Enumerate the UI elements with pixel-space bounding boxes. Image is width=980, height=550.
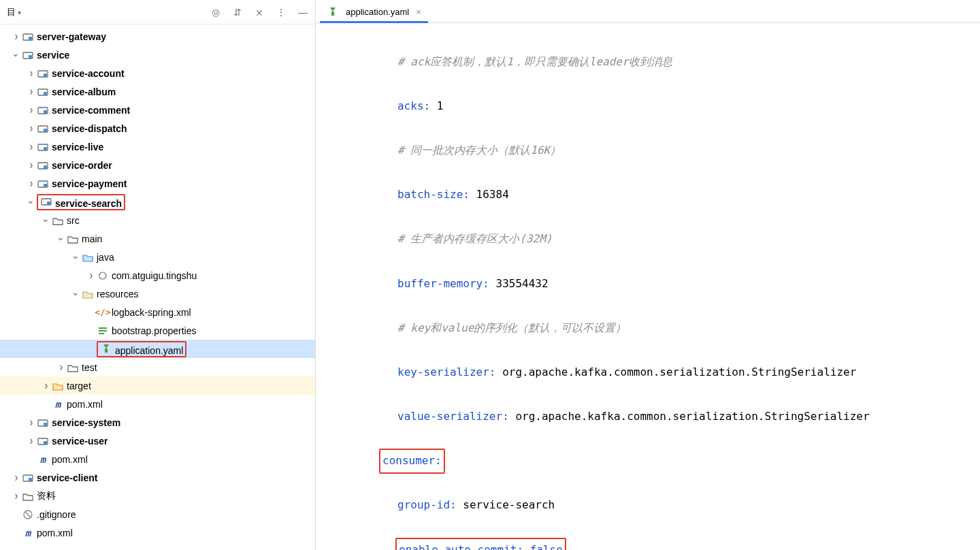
chevron-down-icon[interactable] [18,7,21,17]
folder-mod-icon [37,141,49,153]
tree-item-service-account[interactable]: service-account [0,64,315,82]
highlight-consumer: consumer: [379,449,445,474]
tree-label: service-comment [52,105,130,116]
tree-item-logback-spring-xml[interactable]: </>logback-spring.xml [0,303,315,321]
tree-item-service-search[interactable]: service-search [0,193,315,211]
tree-item-target[interactable]: target [0,376,315,395]
tree-item--[interactable]: 资料 [0,487,315,505]
code-value: 1 [437,95,444,118]
code-comment: # 同一批次内存大小（默认16K） [397,140,561,162]
svg-rect-23 [99,333,104,334]
tree-arrow-icon[interactable] [24,436,37,445]
project-tree-panel: 目 ◎ ⇵ ⨯ ⋮ — server-gatewayserviceservice… [0,0,316,550]
project-tree[interactable]: server-gatewayserviceservice-accountserv… [0,25,315,550]
svg-rect-19 [47,201,50,205]
code-editor[interactable]: # ack应答机制，默认1，即只需要确认leader收到消息 acks: 1 #… [316,23,980,550]
tree-item-service-system[interactable]: service-system [0,413,315,432]
m-icon: m [52,398,64,410]
tree-label: pom.xml [37,528,73,538]
tree-arrow-icon[interactable] [24,418,37,427]
code-value: org.apache.kafka.common.serialization.St… [515,406,869,428]
tree-label: bootstrap.properties [112,325,197,336]
tree-item-service-dispatch[interactable]: service-dispatch [0,119,315,138]
props-icon [97,325,109,337]
folder-mod-icon [37,417,49,429]
tree-arrow-icon[interactable] [24,197,37,208]
tree-item-pom-xml[interactable]: mpom.xml [0,395,315,413]
project-view-label[interactable]: 目 [7,6,16,18]
svg-rect-29 [29,478,32,481]
tree-item-application-yaml[interactable]: application.yaml [0,340,315,358]
tree-label: logback-spring.xml [112,307,191,318]
close-icon[interactable]: × [416,7,421,17]
tree-item-main[interactable]: main [0,229,315,248]
folder-mod-icon [37,435,49,447]
tree-item-service-order[interactable]: service-order [0,156,315,174]
tree-item-resources[interactable]: resources [0,285,315,303]
tab-application-yaml[interactable]: application.yaml × [320,1,428,22]
tree-arrow-icon[interactable] [10,32,22,41]
tree-arrow-icon[interactable] [24,124,37,133]
svg-rect-15 [44,165,47,169]
tree-label: application.yaml [115,345,183,356]
collapse-all-icon[interactable]: ⨯ [252,5,266,19]
tree-arrow-icon[interactable] [54,233,67,244]
tree-arrow-icon[interactable] [39,215,52,226]
m-icon: m [37,453,49,466]
tree-item-service-payment[interactable]: service-payment [0,174,315,193]
tree-arrow-icon[interactable] [54,363,67,372]
more-options-icon[interactable]: ⋮ [274,5,288,19]
tree-item-pom-xml[interactable]: mpom.xml [0,450,315,468]
tree-item-service-user[interactable]: service-user [0,432,315,450]
tree-arrow-icon[interactable] [24,106,37,114]
project-toolbar: 目 ◎ ⇵ ⨯ ⋮ — [0,0,315,25]
hide-panel-icon[interactable]: — [296,5,310,19]
tree-item-service-client[interactable]: service-client [0,468,315,487]
select-opened-file-icon[interactable]: ◎ [209,5,223,19]
tree-item-service[interactable]: service [0,46,315,64]
tree-label: server-gateway [37,31,106,42]
highlight-box: application.yaml [97,341,186,357]
tree-arrow-icon[interactable] [10,50,22,61]
tree-label: src [67,215,80,226]
tree-item-service-comment[interactable]: service-comment [0,101,315,119]
folder-mod-icon [37,67,49,80]
svg-rect-11 [44,129,47,132]
tree-item-service-live[interactable]: service-live [0,138,315,156]
tree-item-service-album[interactable]: service-album [0,82,315,101]
tree-arrow-icon[interactable] [24,179,37,188]
tree-arrow-icon[interactable] [69,289,82,300]
highlight-enable-auto-commit: enable-auto-commit: false [395,538,566,550]
tree-arrow-icon[interactable] [24,87,37,96]
tab-label: application.yaml [346,7,409,17]
tree-item-server-gateway[interactable]: server-gateway [0,27,315,46]
tree-item-bootstrap-properties[interactable]: bootstrap.properties [0,321,315,340]
tree-arrow-icon[interactable] [84,271,97,280]
tree-arrow-icon[interactable] [10,491,22,500]
code-key: batch-size [397,184,463,206]
tree-item-src[interactable]: src [0,211,315,229]
code-value: 16384 [476,184,509,206]
tree-item-pom-xml[interactable]: mpom.xml [0,523,315,542]
code-value: 33554432 [496,273,549,295]
tree-label: main [82,233,102,244]
tree-item-java[interactable]: java [0,248,315,266]
tree-item--gitignore[interactable]: .gitignore [0,505,315,523]
tree-arrow-icon[interactable] [69,252,82,263]
code-comment: # ack应答机制，默认1，即只需要确认leader收到消息 [397,51,672,74]
editor-tabs: application.yaml × [316,0,980,23]
svg-rect-17 [44,184,47,187]
code-key: enable-auto-commit [399,543,517,550]
tree-arrow-icon[interactable] [39,381,52,390]
tree-item-test[interactable]: test [0,358,315,376]
yaml-icon [327,5,339,18]
folder-mod-icon [37,123,49,135]
tree-item-com-atguigu-tingshu[interactable]: com.atguigu.tingshu [0,266,315,285]
tree-arrow-icon[interactable] [10,473,22,482]
code-key: buffer-memory [397,273,483,295]
tree-arrow-icon[interactable] [24,69,37,78]
tree-arrow-icon[interactable] [24,142,37,151]
tree-arrow-icon[interactable] [24,161,37,169]
expand-collapse-icon[interactable]: ⇵ [231,5,244,19]
res-folder-icon [82,288,94,300]
